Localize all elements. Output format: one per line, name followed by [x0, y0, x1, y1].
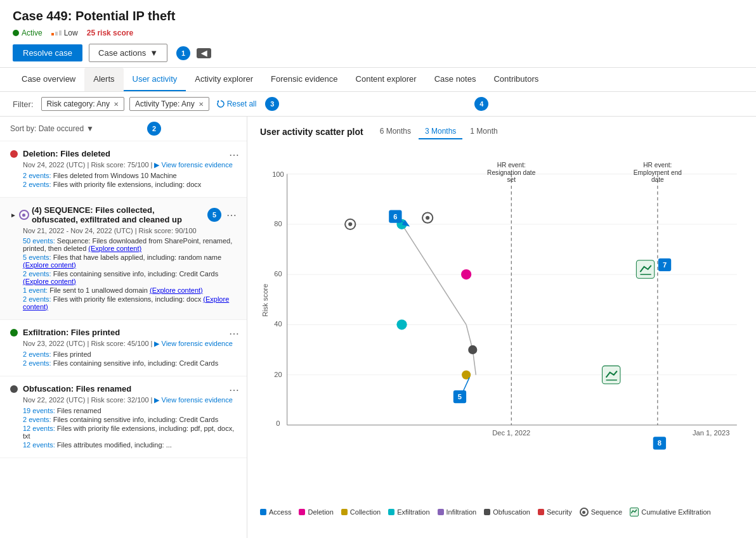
scatter-svg: 100 80 60 40 20 0 Risk score — [260, 150, 743, 477]
activity-list[interactable]: Sort by: Date occured ▼ 2 Deletion: File… — [0, 117, 247, 538]
deletion-legend-label: Deletion — [308, 508, 333, 516]
status-badge: Active — [13, 29, 42, 37]
tab-forensic-evidence[interactable]: Forensic evidence — [262, 68, 347, 91]
legend-access: Access — [260, 508, 291, 516]
tab-content-explorer[interactable]: Content explorer — [347, 68, 426, 91]
seq-dot-2-inner — [426, 216, 429, 220]
filter-chip-risk[interactable]: Risk category: Any ✕ — [41, 97, 124, 111]
collection-legend-dot — [341, 509, 348, 515]
seq-explore-3[interactable]: (Explore content) — [23, 278, 76, 285]
obfus-event-3: 12 events: Files with priority file exte… — [23, 425, 237, 440]
hr-event-1-label2: Resignation date — [487, 169, 536, 176]
tab-case-notes[interactable]: Case notes — [426, 68, 485, 91]
activity-item-sequence[interactable]: ► (4) SEQUENCE: Files collected, obfusca… — [0, 198, 247, 320]
callout-3: 3 — [265, 97, 279, 111]
obfuscation-legend-dot — [484, 509, 490, 515]
dp-pink — [461, 269, 471, 279]
status-dot — [13, 30, 19, 36]
exfil-more-icon[interactable]: ⋯ — [229, 328, 239, 340]
hr-event-2-label1: HR event: — [643, 162, 672, 169]
chevron-down-icon: ▼ — [150, 48, 158, 58]
sort-bar: Sort by: Date occured ▼ 2 — [0, 117, 247, 141]
callout-6-text: 6 — [393, 213, 397, 221]
tab-alerts[interactable]: Alerts — [84, 68, 123, 91]
legend-security: Security — [538, 508, 572, 516]
time-options: 6 Months 3 Months 1 Month — [374, 124, 504, 139]
case-meta: Active Low 25 risk score — [13, 29, 743, 37]
callout-5-arrow — [463, 378, 469, 392]
exfil-forensic-link[interactable]: ▶ View forensic evidence — [154, 340, 232, 347]
obfus-more-icon[interactable]: ⋯ — [229, 384, 239, 396]
obfus-dot — [10, 385, 18, 393]
seq-explore-1[interactable]: (Explore content) — [88, 245, 141, 252]
time-opt-3months[interactable]: 3 Months — [419, 124, 462, 139]
filter-chip-risk-label: Risk category: Any — [47, 99, 110, 108]
x-label-jan: Jan 1, 2023 — [693, 429, 729, 437]
sort-chevron-icon[interactable]: ▼ — [86, 124, 94, 133]
obfus-forensic-link[interactable]: ▶ View forensic evidence — [154, 396, 232, 404]
sequence-legend-icon — [580, 508, 589, 516]
case-actions-button[interactable]: Case actions ▼ — [89, 44, 167, 62]
sequence-expand-icon[interactable]: ► — [10, 212, 16, 219]
deletion-event-1: 2 events: Files deleted from Windows 10 … — [23, 172, 237, 179]
deletion-event-2: 2 events: Files with priority file exten… — [23, 181, 237, 188]
sequence-more-icon[interactable]: ⋯ — [226, 209, 237, 221]
legend-infiltration: Infiltration — [438, 508, 477, 516]
case-title: Case 449: Potential IP theft — [13, 9, 743, 23]
collection-legend-label: Collection — [350, 508, 381, 516]
seq-explore-5[interactable]: (Explore content) — [23, 295, 229, 311]
scatter-header: User activity scatter plot 6 Months 3 Mo… — [260, 124, 743, 139]
time-opt-1month[interactable]: 1 Month — [464, 124, 504, 139]
deletion-more-icon[interactable]: ⋯ — [229, 149, 239, 161]
obfus-event-2: 2 events: Files containing sensitive inf… — [23, 416, 237, 423]
sequence-header: ► (4) SEQUENCE: Files collected, obfusca… — [10, 205, 237, 224]
callout-5-left: 5 — [207, 208, 221, 222]
hr-event-1-label3: set — [507, 176, 516, 183]
tab-contributors[interactable]: Contributors — [485, 68, 547, 91]
cumulative-legend-label: Cumulative Exfiltration — [641, 508, 710, 516]
obfuscation-legend-label: Obfuscation — [493, 508, 530, 516]
deletion-events: 2 events: Files deleted from Windows 10 … — [23, 172, 237, 188]
filter-chip-activity[interactable]: Activity Type: Any ✕ — [129, 97, 209, 111]
exfil-meta: Nov 23, 2022 (UTC) | Risk score: 45/100 … — [23, 340, 237, 348]
sequence-title-row: ► (4) SEQUENCE: Files collected, obfusca… — [10, 205, 202, 224]
cumulative-legend-chart — [631, 509, 637, 515]
y-label-60: 60 — [274, 270, 282, 278]
tab-user-activity[interactable]: User activity — [124, 68, 186, 91]
exfil-dot — [10, 329, 18, 336]
obfus-meta: Nov 22, 2022 (UTC) | Risk score: 32/100 … — [23, 396, 237, 404]
risk-bar-1 — [51, 33, 54, 35]
svg-rect-3 — [602, 366, 620, 383]
resolve-case-button[interactable]: Resolve case — [13, 44, 82, 61]
dp-teal-2 — [396, 319, 407, 330]
seq-dot-1-inner — [348, 222, 352, 226]
activity-item-exfiltration[interactable]: Exfiltration: Files printed ⋯ Nov 23, 20… — [0, 320, 247, 376]
y-label-100: 100 — [272, 170, 284, 178]
deletion-forensic-link[interactable]: ▶ View forensic evidence — [154, 161, 232, 169]
deletion-meta: Nov 24, 2022 (UTC) | Risk score: 75/100 … — [23, 161, 237, 169]
seq-explore-4[interactable]: (Explore content) — [150, 286, 203, 294]
y-label-80: 80 — [274, 220, 282, 227]
action-buttons: Resolve case Case actions ▼ 1 ◀ — [13, 44, 743, 62]
legend-collection: Collection — [341, 508, 381, 516]
risk-bar-2 — [55, 32, 58, 35]
legend-deletion: Deletion — [299, 508, 333, 516]
activity-item-deletion[interactable]: Deletion: Files deleted ⋯ Nov 24, 2022 (… — [0, 141, 247, 198]
filter-bar: Filter: Risk category: Any ✕ Activity Ty… — [0, 92, 756, 117]
callout-8-text: 8 — [658, 439, 662, 447]
filter-chip-activity-close[interactable]: ✕ — [199, 101, 204, 108]
filter-chip-risk-close[interactable]: ✕ — [114, 101, 119, 108]
filter-chip-activity-label: Activity Type: Any — [135, 99, 195, 108]
callout-5-chart-text: 5 — [458, 393, 462, 400]
tab-activity-explorer[interactable]: Activity explorer — [186, 68, 262, 91]
y-axis-title: Risk score — [261, 284, 269, 317]
svg-marker-0 — [217, 100, 219, 103]
obfus-events: 19 events: Files renamed 2 events: Files… — [23, 407, 237, 449]
activity-item-obfuscation[interactable]: Obfuscation: Files renamed ⋯ Nov 22, 202… — [0, 376, 247, 458]
chart-area: 100 80 60 40 20 0 Risk score — [260, 150, 743, 501]
reset-all-button[interactable]: Reset all — [217, 99, 257, 108]
time-opt-6months[interactable]: 6 Months — [374, 124, 417, 139]
cumulative-icon-1 — [636, 260, 654, 278]
seq-explore-2[interactable]: (Explore content) — [23, 261, 76, 269]
tab-case-overview[interactable]: Case overview — [13, 68, 84, 91]
